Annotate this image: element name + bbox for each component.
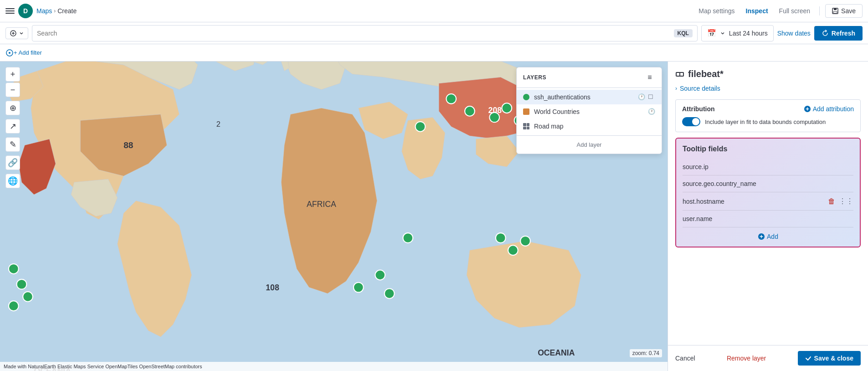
full-screen-link[interactable]: Full screen — [776, 7, 814, 15]
refresh-button[interactable]: Refresh — [814, 26, 863, 41]
right-panel-content: filebeat* › Source details Attribution A… — [668, 62, 868, 345]
add-tooltip-button[interactable]: Add — [758, 233, 778, 240]
zoom-out-button[interactable]: − — [5, 82, 20, 97]
save-button[interactable]: Save — [825, 4, 863, 18]
drag-handle-icon[interactable]: ⋮⋮ — [839, 197, 853, 206]
compass-button[interactable]: ⊕ — [5, 101, 20, 115]
tooltip-field-source-ip: source.ip — [683, 159, 853, 175]
layer-title-text: filebeat* — [688, 69, 724, 79]
source-details-row[interactable]: › Source details — [675, 85, 861, 92]
layer-item-world[interactable]: World Countries 🕐 — [517, 104, 662, 119]
show-dates-button[interactable]: Show dates — [777, 30, 811, 37]
svg-rect-36 — [676, 72, 680, 76]
svg-point-16 — [489, 113, 499, 123]
add-layer-row: Add layer — [517, 135, 662, 154]
tooltip-title: Tooltip fields — [683, 145, 853, 153]
link-button[interactable]: 🔗 — [5, 155, 20, 170]
search-input[interactable] — [37, 30, 674, 37]
layer-name-ssh: ssh_authentications — [534, 93, 633, 101]
top-nav: D Maps › Create Map settings Inspect Ful… — [0, 0, 868, 22]
svg-point-28 — [496, 233, 506, 243]
crop-free-icon — [675, 70, 684, 79]
svg-text:OCEANIA: OCEANIA — [538, 348, 575, 357]
time-chevron-icon — [720, 31, 725, 36]
svg-point-35 — [403, 233, 413, 243]
layer-item-roadmap[interactable]: Road map — [517, 119, 662, 134]
layer-name-world: World Countries — [534, 108, 643, 115]
layers-menu-button[interactable]: ≡ — [644, 72, 655, 83]
tooltip-field-name-2: host.hostname — [683, 198, 724, 205]
layers-list: ssh_authentications 🕐 ☐ World Countries … — [517, 88, 662, 135]
delete-field-icon[interactable]: 🗑 — [828, 197, 835, 206]
map-settings-link[interactable]: Map settings — [695, 7, 738, 15]
layers-title: LAYERS — [523, 74, 546, 81]
calendar-icon: 📅 — [707, 29, 716, 37]
svg-point-34 — [9, 301, 19, 311]
tooltip-field-geo: source.geo.country_name — [683, 175, 853, 192]
map-controls: + − ⊕ ↗ ✎ 🔗 🌐 — [5, 67, 20, 188]
cancel-button[interactable]: Cancel — [675, 355, 695, 362]
chevron-down-icon — [19, 31, 24, 36]
save-icon — [832, 8, 838, 14]
svg-point-30 — [520, 236, 530, 246]
map-background: 88 108 AFRICA — [0, 62, 668, 371]
tooltip-field-name-1: source.geo.country_name — [683, 180, 756, 187]
user-avatar: D — [18, 4, 33, 18]
add-filter-button[interactable]: + Add filter — [14, 49, 42, 56]
time-picker[interactable]: 📅 Last 24 hours — [701, 25, 774, 41]
svg-point-14 — [446, 94, 456, 104]
svg-text:88: 88 — [123, 140, 133, 150]
zoom-info: zoom: 0.74 — [630, 349, 662, 357]
add-attribution-button[interactable]: Add attribution — [804, 105, 854, 113]
layer-grid-roadmap — [523, 123, 529, 129]
svg-point-5 — [9, 52, 10, 54]
zoom-in-button[interactable]: + — [5, 67, 20, 82]
search-bar: KQL 📅 Last 24 hours Show dates Refresh — [0, 22, 868, 44]
tooltip-field-username: user.name — [683, 211, 853, 227]
attribution-label: Attribution — [682, 105, 715, 113]
layer-time-icon-world[interactable]: 🕐 — [648, 108, 655, 115]
plus-circle-icon-tooltip — [758, 233, 765, 240]
inspect-link[interactable]: Inspect — [742, 7, 772, 15]
source-details-label: Source details — [680, 85, 720, 92]
time-range-label: Last 24 hours — [729, 30, 768, 37]
index-selector[interactable] — [5, 27, 28, 39]
remove-layer-button[interactable]: Remove layer — [727, 355, 766, 362]
svg-point-27 — [385, 289, 395, 299]
layer-settings-icon[interactable]: ☐ — [648, 93, 655, 101]
svg-point-26 — [375, 270, 385, 280]
layers-header: LAYERS ≡ — [517, 67, 662, 88]
layer-name-roadmap: Road map — [534, 123, 655, 130]
add-layer-button[interactable]: Add layer — [523, 139, 655, 150]
layer-item-ssh[interactable]: ssh_authentications 🕐 ☐ — [517, 90, 662, 104]
layer-time-icon[interactable]: 🕐 — [638, 93, 645, 101]
refresh-icon — [822, 30, 829, 37]
search-input-wrap[interactable]: KQL — [32, 25, 698, 41]
layer-icons-world: 🕐 — [648, 108, 655, 115]
layer-title-row: filebeat* — [675, 69, 861, 79]
layer-icons-ssh: 🕐 ☐ — [638, 93, 655, 101]
add-tooltip-row: Add — [683, 233, 853, 240]
svg-point-25 — [354, 283, 364, 293]
layer-dot-world — [523, 108, 529, 115]
include-layer-toggle[interactable] — [682, 117, 700, 126]
svg-point-31 — [9, 264, 19, 274]
globe-button[interactable]: 🌐 — [5, 174, 20, 188]
svg-point-33 — [23, 292, 33, 302]
svg-text:2: 2 — [216, 120, 221, 128]
filter-icon — [5, 49, 14, 57]
checkmark-icon — [805, 355, 812, 361]
map-area[interactable]: 88 108 AFRICA — [0, 62, 668, 371]
nav-divider — [819, 6, 820, 15]
svg-point-15 — [465, 106, 475, 116]
svg-text:108: 108 — [266, 283, 279, 292]
hamburger-menu[interactable] — [5, 6, 15, 15]
breadcrumb-current: Create — [57, 7, 77, 15]
svg-point-29 — [508, 245, 518, 255]
expand-button[interactable]: ↗ — [5, 119, 20, 134]
chevron-right-icon: › — [675, 85, 677, 92]
save-close-button[interactable]: Save & close — [798, 351, 861, 366]
draw-button[interactable]: ✎ — [5, 137, 20, 152]
breadcrumb-maps[interactable]: Maps — [36, 7, 52, 15]
kql-badge[interactable]: KQL — [674, 29, 693, 37]
